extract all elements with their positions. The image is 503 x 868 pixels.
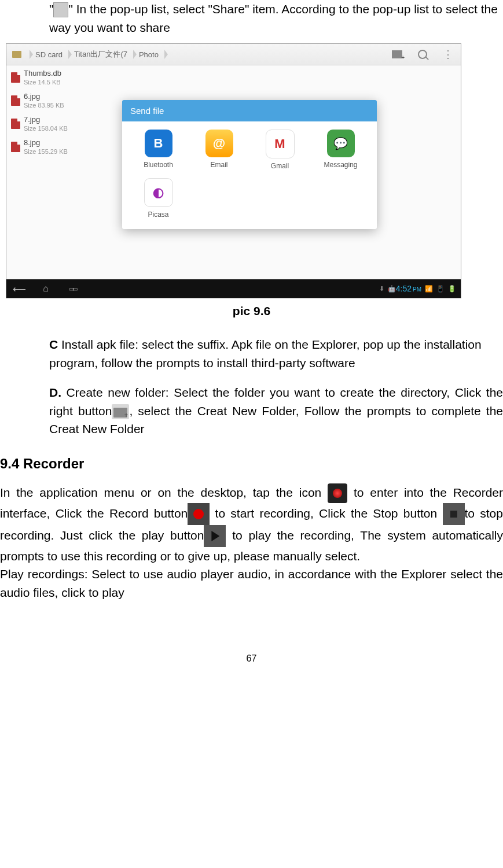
- file-icon: [11, 119, 20, 129]
- heading-9-4: 9.4 Recorder: [0, 456, 503, 472]
- file-name: 7.jpg: [24, 115, 40, 124]
- bluetooth-icon: [145, 130, 172, 157]
- file-icon: [11, 95, 20, 106]
- new-folder-button[interactable]: [389, 46, 405, 62]
- file-list: Thumbs.dbSize 14.5 KB 6.jpgSize 83.95 KB…: [6, 65, 111, 158]
- app-label: Messaging: [324, 161, 357, 169]
- list-item[interactable]: 7.jpgSize 158.04 KB: [6, 112, 111, 135]
- figure-caption: pic 9.6: [0, 304, 503, 318]
- breadcrumb-label: Titan出厂文件(7: [74, 49, 127, 60]
- file-size: Size 14.5 KB: [24, 79, 61, 86]
- recent-apps-button[interactable]: [64, 282, 80, 295]
- screenshot-body: Thumbs.dbSize 14.5 KB 6.jpgSize 83.95 KB…: [6, 65, 461, 279]
- app-label: Bluetooth: [144, 161, 173, 169]
- share-bluetooth[interactable]: Bluetooth: [128, 130, 189, 170]
- app-label: Picasa: [148, 210, 168, 219]
- app-label: Email: [210, 161, 227, 169]
- quote-open: ": [49, 2, 53, 16]
- share-messaging[interactable]: Messaging: [310, 130, 371, 170]
- options-icon: [53, 2, 68, 17]
- picasa-icon: [144, 178, 173, 207]
- messaging-icon: [327, 130, 355, 157]
- play-recordings-paragraph: Play recordings: Select to use audio pla…: [0, 565, 503, 601]
- recorder-paragraph: In the application menu or on the deskto…: [0, 483, 503, 566]
- intro-text: " In the pop-up list, select "Share" ite…: [49, 2, 498, 34]
- screenshot-topbar: SD card Titan出厂文件(7 Photo: [6, 44, 461, 65]
- section-c-paragraph: C Install apk file: select the suffix. A…: [0, 335, 503, 372]
- breadcrumb-label: Photo: [139, 50, 159, 59]
- search-icon: [418, 50, 427, 59]
- breadcrumb-root[interactable]: [6, 44, 30, 65]
- app-label: Gmail: [271, 162, 289, 170]
- status-clock: 4:52PM: [396, 284, 421, 293]
- section-d-label: D.: [49, 386, 61, 399]
- file-icon: [11, 142, 20, 152]
- email-icon: [205, 130, 233, 157]
- share-email[interactable]: Email: [189, 130, 249, 170]
- play-button-icon: [204, 525, 226, 547]
- android-icon: 🤖: [388, 285, 396, 293]
- breadcrumb-photo[interactable]: Photo: [133, 44, 164, 65]
- recorder-app-icon: [328, 483, 347, 503]
- overflow-icon: [443, 48, 453, 61]
- list-item[interactable]: 6.jpgSize 83.95 KB: [6, 88, 111, 112]
- file-size: Size 158.04 KB: [24, 125, 68, 132]
- breadcrumb-titan[interactable]: Titan出厂文件(7: [68, 44, 133, 65]
- home-button[interactable]: [38, 282, 54, 295]
- android-navbar: ⬇ 🤖 4:52PM 📶 📱 🔋: [6, 279, 461, 298]
- dialog-title: Send file: [122, 100, 377, 121]
- section-c-text: Install apk file: select the suffix. Apk…: [49, 338, 482, 370]
- folder-plus-icon: [112, 404, 129, 419]
- list-item[interactable]: 8.jpgSize 155.29 KB: [6, 135, 111, 158]
- file-icon: [11, 72, 20, 83]
- page-number: 67: [0, 653, 503, 664]
- rec-text-3: to start recording, Click the Stop butto…: [210, 507, 442, 520]
- section-c-label: C: [49, 338, 58, 351]
- record-button-icon: [188, 503, 210, 525]
- wifi-icon: 📶: [425, 285, 433, 293]
- share-picasa[interactable]: Picasa: [128, 178, 189, 219]
- clock-time: 4:52: [396, 284, 412, 293]
- file-size: Size 83.95 KB: [24, 102, 64, 109]
- breadcrumb-sd[interactable]: SD card: [30, 44, 68, 65]
- search-button[interactable]: [414, 46, 431, 62]
- download-icon: ⬇: [379, 285, 384, 293]
- share-app-grid: Bluetooth Email Gmail Messaging: [122, 121, 377, 229]
- back-button[interactable]: [11, 282, 27, 295]
- file-name: 8.jpg: [24, 138, 40, 147]
- signal-icon: 📱: [436, 285, 445, 293]
- intro-paragraph: "" In the pop-up list, select "Share" it…: [0, 0, 503, 36]
- rec-text-1: In the application menu or on the deskto…: [0, 486, 328, 499]
- overflow-button[interactable]: [440, 46, 456, 62]
- gmail-icon: [266, 130, 295, 158]
- section-d-paragraph: D. Create new folder: Select the folder …: [0, 383, 503, 438]
- stop-button-icon: [443, 503, 465, 525]
- clock-ampm: PM: [413, 286, 421, 293]
- breadcrumb-label: SD card: [35, 50, 63, 59]
- list-item[interactable]: Thumbs.dbSize 14.5 KB: [6, 65, 111, 88]
- file-name: Thumbs.db: [24, 69, 61, 77]
- send-file-dialog: Send file Bluetooth Email Gmail: [122, 100, 377, 229]
- battery-icon: 🔋: [448, 285, 456, 293]
- file-name: 6.jpg: [24, 92, 40, 101]
- folder-add-icon: [392, 50, 402, 58]
- screenshot-figure: SD card Titan出厂文件(7 Photo Thumbs.dbSize …: [6, 43, 461, 298]
- share-gmail[interactable]: Gmail: [249, 130, 310, 170]
- signal-tray: 📶 📱 🔋: [425, 285, 456, 293]
- status-tray: ⬇ 🤖: [379, 285, 396, 293]
- file-size: Size 155.29 KB: [24, 148, 68, 155]
- folder-icon: [12, 51, 21, 58]
